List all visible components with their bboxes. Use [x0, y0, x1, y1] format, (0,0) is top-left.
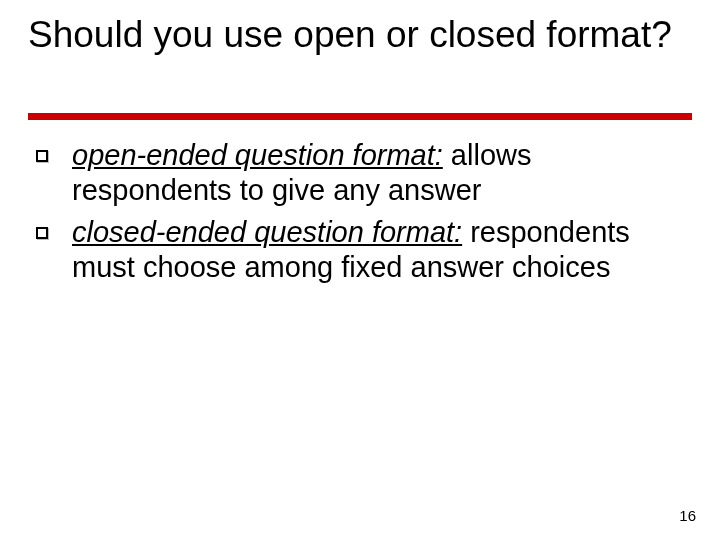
term: closed-ended question format: — [72, 216, 462, 248]
page-number: 16 — [679, 507, 696, 524]
term: open-ended question format: — [72, 139, 443, 171]
square-bullet-icon — [36, 227, 48, 239]
body-content: open-ended question format: allows respo… — [36, 138, 676, 292]
slide-title: Should you use open or closed format? — [28, 14, 692, 57]
title-underline — [28, 113, 692, 120]
list-item-text: closed-ended question format: respondent… — [72, 215, 676, 286]
list-item-text: open-ended question format: allows respo… — [72, 138, 676, 209]
list-item: closed-ended question format: respondent… — [36, 215, 676, 286]
slide: Should you use open or closed format? op… — [0, 0, 720, 540]
square-bullet-icon — [36, 150, 48, 162]
list-item: open-ended question format: allows respo… — [36, 138, 676, 209]
